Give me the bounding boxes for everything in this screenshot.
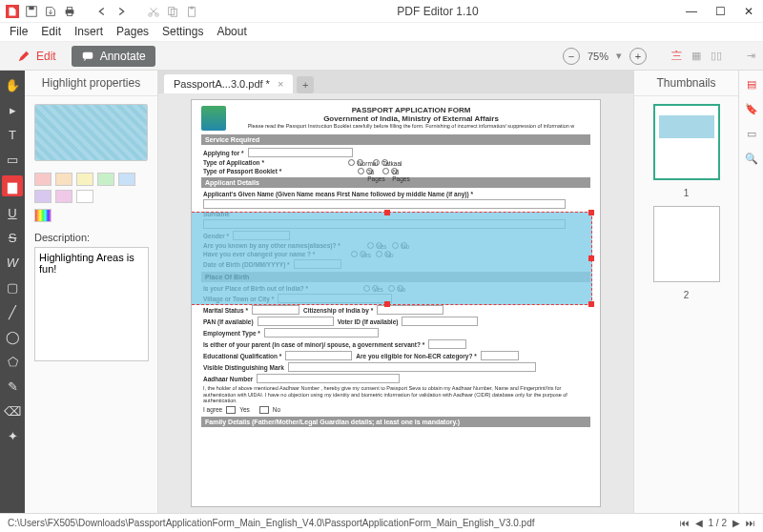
menu-pages[interactable]: Pages xyxy=(116,25,149,39)
marks-field[interactable] xyxy=(288,362,536,372)
color-swatches xyxy=(25,169,157,207)
aadhaar-field[interactable] xyxy=(257,374,400,383)
page-indicator: 1 / 2 xyxy=(709,518,727,528)
thumbnail-1[interactable] xyxy=(653,104,720,180)
zoom-dropdown-icon[interactable]: ▾ xyxy=(616,50,622,62)
description-label: Description: xyxy=(25,224,157,247)
pencil-tool[interactable]: ✎ xyxy=(4,378,21,395)
title-bar: PDF Editor 1.10 — ☐ ✕ xyxy=(0,0,763,23)
attachments-tab-icon[interactable]: ▭ xyxy=(744,126,759,141)
save-icon[interactable] xyxy=(25,5,38,18)
squiggly-tool[interactable]: W xyxy=(4,254,21,271)
print-icon[interactable] xyxy=(63,5,76,18)
page-view-icon[interactable]: ▯▯ xyxy=(711,50,722,62)
agree-yes-checkbox[interactable] xyxy=(226,406,236,414)
eraser-tool[interactable]: ⌫ xyxy=(4,402,21,419)
zoom-out-button[interactable]: − xyxy=(563,48,580,65)
select-tool[interactable]: ▸ xyxy=(4,101,21,118)
strike-tool[interactable]: S xyxy=(4,229,21,246)
add-tab-button[interactable]: + xyxy=(297,76,314,93)
collapse-panel-icon[interactable]: ⇥ xyxy=(747,50,755,62)
rect-tool[interactable]: ▢ xyxy=(4,278,21,296)
pan-field[interactable] xyxy=(258,317,334,326)
next-page-button[interactable]: ▶ xyxy=(732,518,740,528)
consent-text: I, the holder of above mentioned Aadhaar… xyxy=(201,384,590,405)
menu-insert[interactable]: Insert xyxy=(74,25,103,39)
menu-settings[interactable]: Settings xyxy=(162,25,203,39)
undo-icon[interactable] xyxy=(95,5,109,18)
color-swatch[interactable] xyxy=(97,173,114,186)
close-button[interactable]: ✕ xyxy=(734,5,763,18)
split-view-icon[interactable]: 〨 xyxy=(671,49,682,63)
annotate-icon xyxy=(81,50,94,63)
color-swatch[interactable] xyxy=(118,173,135,186)
last-page-button[interactable]: ⏭ xyxy=(746,518,755,528)
menu-file[interactable]: File xyxy=(10,25,28,39)
bookmarks-tab-icon[interactable]: 🔖 xyxy=(744,101,759,116)
color-swatch[interactable] xyxy=(76,190,93,203)
pdf-page[interactable]: PASSPORT APPLICATION FORM Government of … xyxy=(191,99,601,507)
tab-bar: PassportA...3.0.pdf * × + xyxy=(158,71,633,93)
thumbnail-2[interactable] xyxy=(653,206,720,282)
svg-rect-5 xyxy=(67,12,72,15)
color-swatch[interactable] xyxy=(34,173,52,186)
ecr-field[interactable] xyxy=(481,351,519,360)
first-page-button[interactable]: ⏮ xyxy=(680,518,690,528)
panel-title: Highlight properties xyxy=(25,71,157,96)
copy-icon[interactable] xyxy=(166,5,179,18)
voter-field[interactable] xyxy=(402,317,478,326)
parent-field[interactable] xyxy=(428,339,466,349)
app-title: PDF Editor 1.10 xyxy=(198,5,677,18)
marital-field[interactable] xyxy=(252,305,299,315)
radio-36[interactable]: 36 Pages xyxy=(358,168,373,174)
ellipse-tool[interactable]: ◯ xyxy=(4,328,21,345)
note-tool[interactable]: ▭ xyxy=(4,151,21,168)
color-swatch[interactable] xyxy=(55,190,72,203)
right-tool-strip: ▤ 🔖 ▭ 🔍 xyxy=(738,71,763,513)
radio-tatkaal[interactable]: Tatkaal xyxy=(373,159,388,166)
text-tool[interactable]: T xyxy=(4,126,21,143)
given-name-field[interactable] xyxy=(203,199,566,209)
color-swatch[interactable] xyxy=(34,190,52,203)
svg-rect-2 xyxy=(29,6,33,10)
grid-view-icon[interactable]: ▦ xyxy=(691,50,701,62)
form-instructions: Please read the Passport Instruction Boo… xyxy=(232,123,590,129)
applying-for-field[interactable] xyxy=(248,148,353,157)
section-service: Service Required xyxy=(201,134,590,145)
highlight-selection[interactable] xyxy=(191,212,592,305)
zoom-in-button[interactable]: + xyxy=(629,48,647,65)
export-icon[interactable] xyxy=(44,5,57,18)
agree-no-checkbox[interactable] xyxy=(259,406,269,414)
prev-page-button[interactable]: ◀ xyxy=(695,518,703,528)
menu-edit[interactable]: Edit xyxy=(41,25,61,39)
status-bar: C:\Users\FX505\Downloads\PassportApplica… xyxy=(0,513,763,532)
radio-60[interactable]: 60 Pages xyxy=(382,168,398,174)
minimize-button[interactable]: — xyxy=(677,5,706,18)
document-tab[interactable]: PassportA...3.0.pdf * × xyxy=(164,74,293,93)
color-swatch[interactable] xyxy=(76,173,93,186)
polygon-tool[interactable]: ⬠ xyxy=(4,353,21,370)
edu-field[interactable] xyxy=(285,351,352,360)
line-tool[interactable]: ╱ xyxy=(4,303,21,320)
stamp-tool[interactable]: ✦ xyxy=(4,427,21,444)
redo-icon[interactable] xyxy=(114,5,128,18)
thumbnails-tab-icon[interactable]: ▤ xyxy=(744,76,759,92)
close-tab-icon[interactable]: × xyxy=(278,78,283,90)
radio-normal[interactable]: Normal xyxy=(348,159,363,166)
highlight-tool[interactable]: ▆ xyxy=(2,175,23,196)
edit-mode-button[interactable]: Edit xyxy=(8,46,66,67)
app-icon xyxy=(6,5,19,18)
underline-tool[interactable]: U xyxy=(4,204,21,221)
paste-icon[interactable] xyxy=(185,5,198,18)
maximize-button[interactable]: ☐ xyxy=(706,5,734,18)
search-tab-icon[interactable]: 🔍 xyxy=(744,151,759,166)
tool-strip: ✋ ▸ T ▭ ▆ U S W ▢ ╱ ◯ ⬠ ✎ ⌫ ✦ xyxy=(0,71,25,513)
menu-about[interactable]: About xyxy=(217,25,246,39)
color-swatch[interactable] xyxy=(55,173,72,186)
description-input[interactable] xyxy=(34,247,149,361)
hand-tool[interactable]: ✋ xyxy=(4,76,21,93)
rainbow-swatch[interactable] xyxy=(34,209,52,222)
annotate-mode-button[interactable]: Annotate xyxy=(72,46,155,67)
emp-field[interactable] xyxy=(264,328,379,338)
cut-icon[interactable] xyxy=(147,5,160,18)
